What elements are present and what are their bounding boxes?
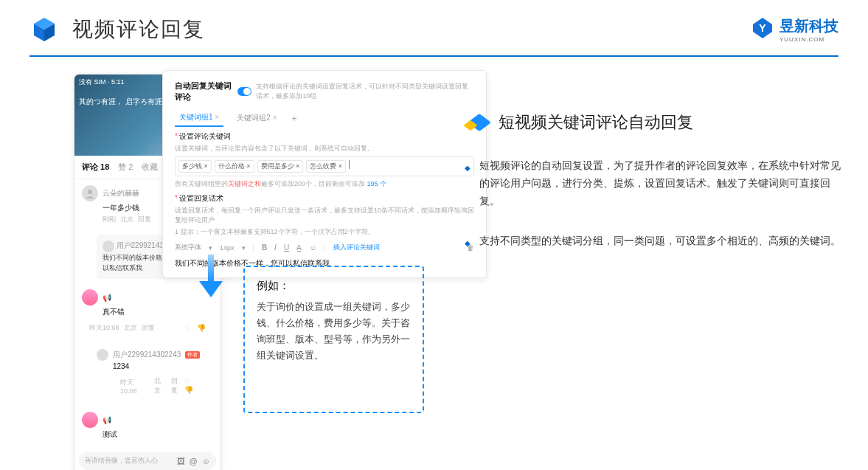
input-placeholder: 善语结善缘，恶言伤人心 — [85, 456, 158, 466]
keyword-group-tabs: 关键词组1 × 关键词组2 × ＋ — [175, 109, 474, 127]
at-icon[interactable]: @ — [190, 457, 198, 466]
comment-username: 用户2299214302243 — [113, 350, 181, 360]
avatar-icon — [82, 185, 98, 201]
comment-body: 测试 — [103, 429, 213, 440]
avatar-icon — [82, 289, 98, 305]
feature-list: 短视频评论的自动回复设置，为了提升作者的评论回复效率，在系统中针对常见的评论用户… — [465, 156, 841, 249]
logo-mark-icon: Y — [751, 17, 774, 42]
reply-tip: 1 提示：一个富文本框最多支持512个字符，一个汉字占用2个字符。 — [175, 227, 474, 237]
keyword-chips[interactable]: 多少钱 × 什么价格 × 费用是多少 × 怎么收费 × — [175, 156, 474, 176]
keyword-limit: 所有关键词组里的关键词之和最多可添加200个，目前剩余可添加 195 个 — [175, 179, 474, 189]
feature-item: 短视频评论的自动回复设置，为了提升作者的评论回复效率，在系统中针对常见的评论用户… — [479, 156, 841, 210]
heart-icon[interactable]: ♡ 👎 — [184, 378, 206, 394]
tab-group-2[interactable]: 关键词组2 × — [232, 110, 281, 126]
underline-icon[interactable]: U — [284, 243, 289, 252]
comment-4: 📢 测试 — [74, 406, 221, 447]
panel-desc: 支持根据评论的关键词设置回复话术，可以针对不同类型关键词设置回复话术，最多添加1… — [256, 82, 474, 101]
font-size-select[interactable]: 14px — [220, 244, 235, 252]
settings-panel: 自动回复关键词评论 支持根据评论的关键词设置回复话术，可以针对不同类型关键词设置… — [162, 70, 487, 278]
bold-icon[interactable]: B — [262, 243, 267, 252]
speaker-icon: 📢 — [103, 294, 111, 302]
brand-logo: Y 昱新科技 YUUXIN.COM — [751, 16, 839, 43]
author-badge: 作者 — [185, 351, 200, 359]
comment-username: 云朵的赫赫 — [103, 188, 139, 198]
right-content: 短视频关键词评论自动回复 短视频评论的自动回复设置，为了提升作者的评论回复效率，… — [465, 111, 841, 272]
arrow-down-icon — [199, 255, 223, 299]
logo-text: 昱新科技 YUUXIN.COM — [780, 16, 839, 43]
emoji-icon[interactable]: ☺ — [202, 457, 210, 466]
reply-label: *设置回复话术 — [175, 193, 474, 204]
example-body: 关于询价的设置成一组关键词，多少钱、什么价格，费用多少等。关于咨询班型、版本、型… — [257, 299, 411, 364]
chat-bubbles-icon — [465, 111, 488, 134]
add-group-button[interactable]: ＋ — [290, 112, 299, 125]
heart-icon[interactable]: ♡ 👎 — [184, 324, 206, 332]
font-color-icon[interactable]: A̲ — [296, 243, 302, 252]
keyword-label: *设置评论关键词 — [175, 131, 474, 142]
editor-toolbar: 系统字体▾ 14px▾ | B I U A̲ ☺ | 插入评论关键词 🗑 — [175, 243, 474, 252]
tab-collect[interactable]: 收藏 — [142, 162, 158, 173]
svg-point-1 — [88, 190, 92, 194]
svg-text:Y: Y — [759, 22, 766, 34]
avatar-icon — [82, 412, 98, 428]
keyword-chip[interactable]: 什么价格 × — [215, 160, 254, 173]
keyword-chip[interactable]: 费用是多少 × — [257, 160, 304, 173]
keyword-chip[interactable]: 多少钱 × — [178, 160, 212, 173]
example-head: 例如： — [257, 279, 411, 293]
page-title: 视频评论回复 — [72, 15, 205, 44]
section-title: 短视频关键词评论自动回复 — [499, 111, 693, 134]
feature-item: 支持不同类型的关键词分组，同一类问题，可设置多个相近的、高频的关键词。 — [479, 232, 841, 249]
italic-icon[interactable]: I — [274, 243, 277, 252]
enable-toggle[interactable] — [237, 87, 251, 96]
keyword-chip[interactable]: 怎么收费 × — [306, 160, 346, 173]
comment-input[interactable]: 善语结善缘，恶言伤人心 🖼 @ ☺ — [79, 452, 216, 470]
page-header: 视频评论回复 Y 昱新科技 YUUXIN.COM — [29, 15, 839, 44]
emoji-icon[interactable]: ☺ — [309, 243, 316, 252]
font-family-select[interactable]: 系统字体 — [175, 243, 201, 252]
demo-stage: 没有 SIM · 5:11 其的つ有涯， 启字ろ有涯。仁 评论 18 赞 2 收… — [74, 74, 428, 443]
avatar-icon — [103, 241, 114, 252]
header-left: 视频评论回复 — [29, 15, 205, 44]
tab-comments[interactable]: 评论 18 — [82, 162, 109, 173]
header-divider — [29, 55, 839, 57]
input-toolbar: 🖼 @ ☺ — [177, 457, 210, 466]
keyword-desc: 设置关键词，当评论里内容包含了以下关键词，则系统可自动回复。 — [175, 144, 474, 153]
cube-icon — [29, 15, 59, 44]
tab-group-1[interactable]: 关键词组1 × — [175, 109, 223, 127]
speaker-icon: 📢 — [103, 416, 111, 424]
insert-keyword-button[interactable]: 插入评论关键词 — [333, 243, 380, 252]
reply-desc: 设置回复话术，每回复一个用户评论只发送一条话术，最多支持设置10条不同话术，按添… — [175, 206, 474, 225]
image-icon[interactable]: 🖼 — [177, 457, 185, 466]
avatar-icon — [97, 349, 108, 361]
tab-likes[interactable]: 赞 2 — [118, 162, 133, 173]
comment-meta: 昨天10:08 北京 回复 — [120, 376, 184, 395]
comment-body: 1234 — [113, 362, 213, 370]
comment-3: 用户2299214302243 作者 1234 昨天10:08 北京 回复 ♡ … — [74, 343, 221, 406]
phone-status-bar: 没有 SIM · 5:11 — [79, 77, 125, 87]
section-header: 短视频关键词评论自动回复 — [465, 111, 841, 134]
example-box: 例如： 关于询价的设置成一组关键词，多少钱、什么价格，费用多少等。关于咨询班型、… — [243, 266, 424, 413]
panel-title: 自动回复关键词评论 — [175, 80, 233, 103]
comment-body: 真不错 — [103, 307, 213, 317]
comment-meta: 昨天10:08 北京 回复 — [89, 323, 155, 333]
